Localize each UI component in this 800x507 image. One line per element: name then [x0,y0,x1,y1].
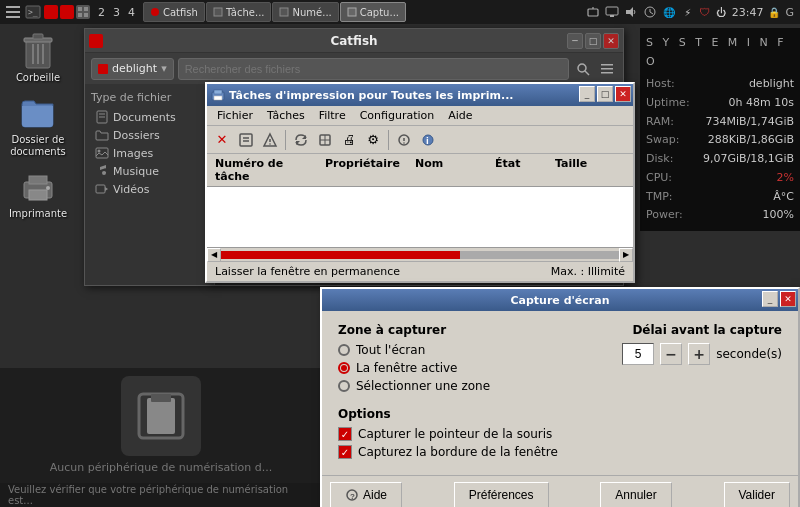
desktop-icon-folder[interactable]: Dossier de documents [8,92,68,158]
checkbox-pointer[interactable]: ✓ Capturer le pointeur de la souris [338,427,782,441]
sidebar-item-videos[interactable]: Vidéos [91,180,208,198]
sidebar-item-documents[interactable]: Documents [91,108,208,126]
lock-icon[interactable]: 🔒 [766,4,782,20]
aide-button[interactable]: ? Aide [330,482,402,507]
catfish-close-btn[interactable]: ✕ [603,33,619,49]
valider-button[interactable]: Valider [724,482,790,507]
svg-rect-33 [601,64,613,66]
taskbar-dark-icon[interactable] [76,5,90,19]
taskbar-app-tache[interactable]: Tâche... [206,2,272,22]
print-tool-3[interactable] [314,129,336,151]
catfish-minimize-btn[interactable]: ─ [567,33,583,49]
delay-increase-btn[interactable]: + [688,343,710,365]
taskbar: >_ 2 3 4 [0,0,800,24]
sys-swap: Swap: 288KiB/1,86GiB [646,131,794,150]
battery-icon[interactable]: ⚡ [680,4,696,20]
menu-configuration[interactable]: Configuration [354,107,441,124]
capture-titlebar: Capture d'écran _ ✕ [322,289,798,311]
print-tool-1[interactable] [235,129,257,151]
menu-fichier[interactable]: Fichier [211,107,259,124]
svg-point-52 [269,143,271,145]
capture-minimize-btn[interactable]: _ [762,291,778,307]
catfish-location-dropdown[interactable]: deblight ▾ [91,58,174,80]
system-menu-icon[interactable] [4,3,22,21]
checkbox-border[interactable]: ✓ Capturez la bordure de la fenêtre [338,445,782,459]
radio-tout-ecran[interactable]: Tout l'écran [338,343,602,357]
capture-options-section: Options ✓ Capturer le pointeur de la sou… [338,407,782,459]
zone-title: Zone à capturer [338,323,602,337]
print-minimize-btn[interactable]: _ [579,86,595,102]
desktop-icon-printer[interactable]: Imprimante [8,166,68,220]
power-icon[interactable]: ⏻ [713,4,729,20]
svg-rect-34 [601,68,613,70]
svg-rect-8 [84,13,88,17]
col-taille: Taille [551,156,629,184]
annuler-button[interactable]: Annuler [600,482,671,507]
scanner-status-text: Aucun périphérique de numérisation d... [8,460,314,475]
print-tool-4[interactable]: 🖨 [338,129,360,151]
sidebar-item-images[interactable]: Images [91,144,208,162]
menu-filtre[interactable]: Filtre [313,107,352,124]
menu-taches[interactable]: Tâches [261,107,311,124]
print-statusbar: Laisser la fenêtre en permanence Max. : … [207,261,633,281]
sys-host: Host: deblight [646,75,794,94]
images-icon [95,146,109,160]
taskbar-red-icon-2[interactable] [60,5,74,19]
catfish-menu-icon[interactable] [597,58,617,80]
delay-decrease-btn[interactable]: − [660,343,682,365]
taskbar-app-capture[interactable]: Captu... [340,2,406,22]
clock-icon[interactable] [642,4,658,20]
scroll-left-btn[interactable]: ◀ [207,248,221,262]
preferences-button[interactable]: Préférences [454,482,549,507]
print-refresh-btn[interactable] [290,129,312,151]
print-queue-window: Tâches d'impression pour Toutes les impr… [205,82,635,283]
taskbar-red-icon-1[interactable] [44,5,58,19]
print-close-btn[interactable]: ✕ [615,86,631,102]
print-scrollbar: ◀ ▶ [207,247,633,261]
col-nom: Nom [411,156,491,184]
svg-rect-65 [151,394,171,402]
scanner-panel: Aucun périphérique de numérisation d... [0,368,322,483]
delay-unit: seconde(s) [716,347,782,361]
svg-rect-1 [6,11,20,13]
print-maximize-btn[interactable]: □ [597,86,613,102]
network-icon[interactable] [585,4,601,20]
videos-icon [95,182,109,196]
terminal-icon[interactable]: >_ [24,3,42,21]
svg-text:?: ? [350,492,355,501]
scroll-right-btn[interactable]: ▶ [619,248,633,262]
print-separator-2 [388,130,389,150]
sidebar-item-dossiers[interactable]: Dossiers [91,126,208,144]
display-icon[interactable] [604,4,620,20]
scroll-track[interactable] [221,251,619,259]
taskbar-app-numer[interactable]: Numé... [272,2,338,22]
print-tool-6[interactable] [393,129,415,151]
print-tool-5[interactable]: ⚙ [362,129,384,151]
svg-rect-0 [6,6,20,8]
print-tool-7[interactable]: i [417,129,439,151]
desktop-icon-corbeille[interactable]: Corbeille [8,30,68,84]
radio-fenetre-active[interactable]: La fenêtre active [338,361,602,375]
volume-icon[interactable] [623,4,639,20]
capture-footer: ? Aide Préférences Annuler Valider [322,475,798,507]
shield-icon[interactable]: 🛡 [699,6,710,19]
radio-select-zone[interactable]: Sélectionner une zone [338,379,602,393]
print-title-icon [211,88,225,102]
catfish-search-input[interactable] [178,58,569,80]
print-delete-btn[interactable]: ✕ [211,129,233,151]
taskbar-right: 🌐 ⚡ 🛡 ⏻ 23:47 🔒 G [579,4,800,20]
menu-aide[interactable]: Aide [442,107,478,124]
svg-point-30 [46,186,50,190]
delay-input[interactable]: 5 [622,343,654,365]
catfish-maximize-btn[interactable]: □ [585,33,601,49]
catfish-search-icon[interactable] [573,58,593,80]
capture-close-btn[interactable]: ✕ [780,291,796,307]
print-tool-2[interactable] [259,129,281,151]
network2-icon[interactable]: 🌐 [661,4,677,20]
print-toolbar: ✕ 🖨 ⚙ i [207,126,633,154]
sidebar-item-musique[interactable]: Musique [91,162,208,180]
sys-ram: RAM: 734MiB/1,74GiB [646,113,794,132]
svg-line-32 [585,71,589,75]
svg-text:>_: >_ [28,8,38,17]
taskbar-app-catfish[interactable]: Catfish [143,2,205,22]
